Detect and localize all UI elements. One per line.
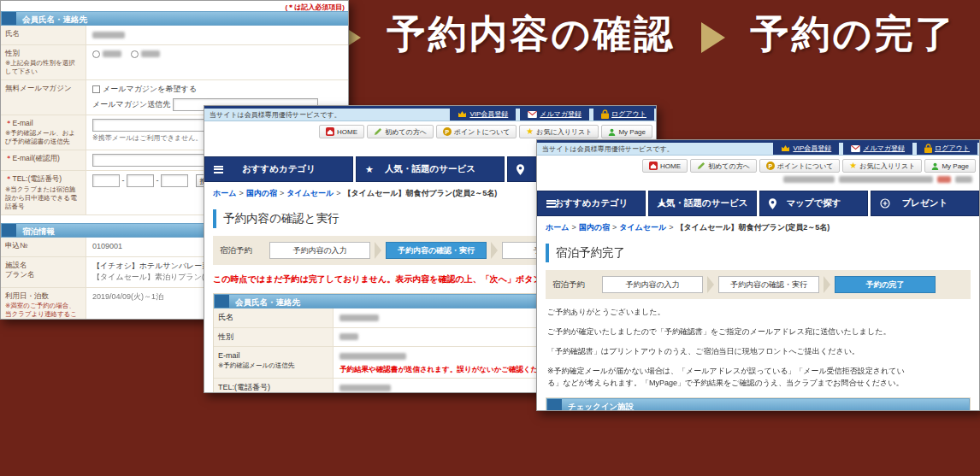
mypage-label: My Page bbox=[942, 162, 969, 170]
gender-label: 性別 bbox=[214, 328, 334, 347]
redacted-name bbox=[92, 32, 125, 38]
facility-label: 施設名 bbox=[5, 261, 81, 270]
nav-popular-label: 人気・話題のサービス bbox=[658, 197, 748, 209]
email-label: E-mail bbox=[218, 351, 240, 360]
person-icon bbox=[608, 128, 616, 136]
table-row: 氏名 bbox=[1, 26, 349, 45]
favorites-label: お気に入りリスト bbox=[859, 162, 915, 171]
nav-present-label: プレゼント bbox=[902, 197, 948, 209]
section-header-checkin-facility: チェックイン施設 bbox=[546, 398, 970, 411]
steps-label: 宿泊予約 bbox=[552, 279, 602, 291]
breadcrumb-home[interactable]: ホーム bbox=[546, 223, 569, 232]
magazine-register-label: メルマガ登録 bbox=[540, 109, 582, 119]
banner-step-complete: 予約の完了 bbox=[751, 9, 957, 60]
vip-register-label: VIP会員登録 bbox=[469, 109, 508, 119]
logout-label: ログアウト bbox=[935, 144, 970, 153]
email-note: ※予約確認メール、および予約確認書の送信先 bbox=[5, 129, 81, 146]
nav-popular-services[interactable]: ★人気・話題のサービス bbox=[648, 191, 757, 216]
redacted-user-info bbox=[783, 176, 835, 183]
redacted-user-points bbox=[937, 176, 951, 183]
beginners-button[interactable]: 初めての方へ bbox=[690, 159, 757, 173]
magazine-register-tab[interactable]: メルマガ登録 bbox=[520, 108, 589, 120]
redacted-gender bbox=[339, 333, 358, 340]
lock-icon bbox=[601, 109, 609, 119]
nav-popular-label: 人気・話題のサービス bbox=[385, 163, 475, 175]
step-input: 予約内容の入力 bbox=[269, 242, 370, 259]
breadcrumb-domestic[interactable]: 国内の宿 bbox=[579, 223, 610, 232]
email-label: E-mail bbox=[13, 119, 33, 127]
step-confirm: 予約内容の確認・実行 bbox=[718, 276, 819, 293]
required-mark: ＊ bbox=[5, 154, 13, 162]
gender-radio-male[interactable] bbox=[92, 50, 100, 58]
tel-input-2[interactable] bbox=[127, 174, 154, 187]
nav-present[interactable]: プレゼント bbox=[871, 191, 979, 216]
breadcrumb-timesale[interactable]: タイムセール bbox=[619, 223, 666, 232]
favorites-button[interactable]: ★お気に入りリスト bbox=[519, 125, 599, 138]
nav-recommend-categories[interactable]: おすすめカテゴリ bbox=[204, 156, 353, 182]
nav-map-search[interactable]: マップで探す bbox=[759, 191, 868, 216]
nav-recommend-categories[interactable]: おすすめカテゴリ bbox=[537, 191, 646, 216]
chevron-right-icon bbox=[375, 242, 381, 259]
star-icon: ★ bbox=[849, 162, 857, 170]
printout-message: 「予約確認書」はプリントアウトのうえ、ご宿泊当日に現地フロントへご提出ください。 bbox=[547, 346, 969, 358]
beginners-label: 初めての方へ bbox=[385, 127, 427, 137]
gender-radio-female[interactable] bbox=[131, 50, 139, 58]
plan-label: プラン名 bbox=[5, 270, 81, 279]
home-label: HOME bbox=[660, 162, 681, 170]
point-icon: P bbox=[443, 127, 452, 136]
pencil-icon bbox=[697, 162, 705, 170]
breadcrumb-timesale[interactable]: タイムセール bbox=[286, 189, 334, 197]
breadcrumb-home[interactable]: ホーム bbox=[213, 189, 236, 197]
breadcrumb-current: 【タイムセール】朝食付プラン(定員2～5名) bbox=[344, 189, 498, 197]
email-note: ※予約確認メールの送信先 bbox=[218, 361, 328, 370]
logout-tab[interactable]: ログアウト bbox=[593, 108, 654, 120]
pencil-icon bbox=[374, 127, 382, 136]
vip-register-tab[interactable]: VIP会員登録 bbox=[773, 142, 839, 155]
breadcrumb: ホーム>国内の宿>タイムセール>【タイムセール】朝食付プラン(定員2～5名) bbox=[537, 216, 979, 237]
steps-label: 宿泊予約 bbox=[220, 245, 269, 256]
favorites-label: お気に入りリスト bbox=[536, 127, 592, 137]
redacted-user-info bbox=[955, 176, 972, 183]
confirmation-sent-message: ご予約が確定いたしましたので「予約確認書」をご指定のメールアドレス宛に送信いたし… bbox=[547, 326, 969, 338]
logout-tab[interactable]: ログアウト bbox=[917, 142, 977, 155]
tel-label: TEL:(電話番号) bbox=[214, 379, 334, 393]
magazine-checkbox[interactable] bbox=[92, 85, 100, 93]
app-no-label: 申込№ bbox=[1, 238, 86, 256]
home-icon bbox=[326, 127, 334, 136]
beginners-button[interactable]: 初めての方へ bbox=[367, 125, 434, 138]
magazine-register-tab[interactable]: メルマガ登録 bbox=[843, 142, 912, 155]
crown-icon bbox=[458, 111, 467, 118]
chevron-right-icon bbox=[491, 242, 498, 259]
nav-popular-services[interactable]: ★人気・話題のサービス bbox=[356, 156, 505, 182]
menu-icon bbox=[546, 200, 556, 208]
vip-register-tab[interactable]: VIP会員登録 bbox=[450, 108, 516, 120]
lock-icon bbox=[924, 144, 932, 153]
chevron-right-icon bbox=[824, 276, 830, 293]
mypage-button[interactable]: My Page bbox=[601, 125, 652, 138]
point-icon: P bbox=[766, 162, 775, 170]
name-label: 氏名 bbox=[214, 309, 334, 327]
tel-input-3[interactable] bbox=[161, 174, 188, 187]
points-button[interactable]: Pポイントについて bbox=[436, 125, 517, 138]
step-confirm-active: 予約内容の確認・実行 bbox=[386, 242, 487, 259]
points-button[interactable]: Pポイントについて bbox=[759, 159, 841, 173]
vip-register-label: VIP会員登録 bbox=[793, 144, 831, 153]
crown-icon bbox=[781, 145, 790, 152]
breadcrumb-domestic[interactable]: 国内の宿 bbox=[246, 189, 277, 197]
screenshot-stage: 予約内容の入力 予約内容の確認 予約の完了 (＊は記入必須項目) 会員氏名・連絡… bbox=[0, 0, 980, 476]
required-mark: ＊ bbox=[5, 174, 13, 183]
home-button[interactable]: HOME bbox=[319, 125, 364, 138]
mail-icon bbox=[851, 145, 860, 152]
step-input: 予約内容の入力 bbox=[602, 276, 703, 293]
favorites-button[interactable]: ★お気に入りリスト bbox=[842, 159, 922, 173]
name-label: 氏名 bbox=[1, 26, 86, 44]
home-button[interactable]: HOME bbox=[642, 159, 688, 173]
points-label: ポイントについて bbox=[454, 127, 511, 137]
gender-note: ※上記会員の性別を選択して下さい bbox=[5, 59, 81, 76]
mypage-button[interactable]: My Page bbox=[924, 159, 976, 173]
member-notice: 当サイトは会員様専用優待サービスです。 bbox=[204, 110, 450, 120]
table-row: 性別 ※上記会員の性別を選択して下さい bbox=[1, 45, 349, 81]
step-indicator: 宿泊予約 予約内容の入力 予約内容の確認・実行 予約の完了 bbox=[546, 270, 971, 299]
tel-input-1[interactable] bbox=[92, 174, 120, 187]
page-title: 宿泊予約完了 bbox=[546, 244, 971, 262]
